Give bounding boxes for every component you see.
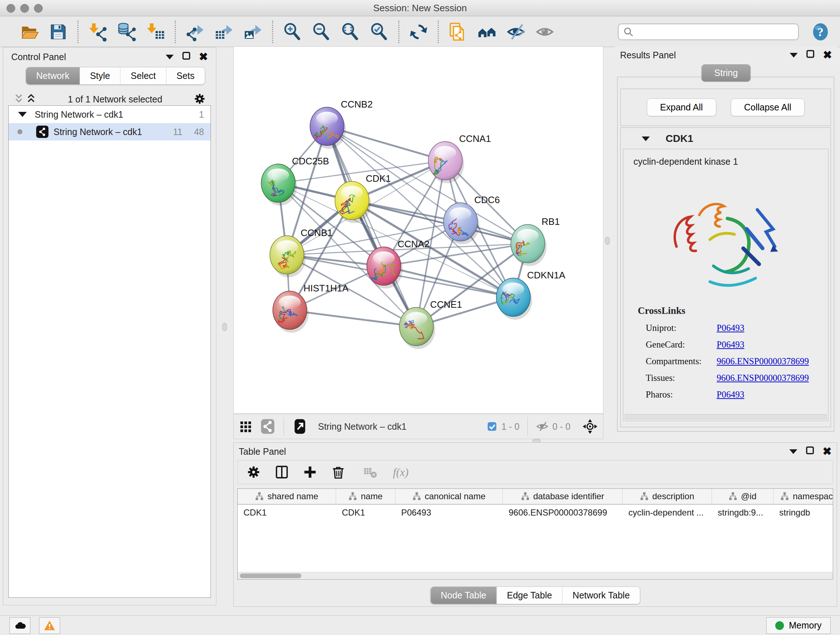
crosslink-link[interactable]: P06493 <box>717 323 744 333</box>
node-CCNE1[interactable]: CCNE1 <box>399 299 462 349</box>
show-all-button[interactable] <box>535 22 554 42</box>
edge-HIST1H1A-CCNE1[interactable] <box>290 310 416 326</box>
node-CDC25B[interactable]: CDC25B <box>261 156 329 206</box>
hide-selected-button[interactable] <box>506 22 526 42</box>
collapse-all-networks-icon[interactable] <box>13 92 25 107</box>
collapse-protein-icon[interactable] <box>642 136 650 141</box>
node-CDC6[interactable]: CDC6 <box>444 195 500 244</box>
table-cell[interactable]: CDK1 <box>336 505 395 521</box>
clear-table-button[interactable] <box>362 464 378 480</box>
table-cell[interactable]: stringdb <box>774 505 833 521</box>
collapse-all-button[interactable]: Collapse All <box>731 98 805 116</box>
help-button[interactable]: ? <box>811 22 830 42</box>
zoom-out-button[interactable] <box>311 22 331 42</box>
crosslink-link[interactable]: 9606.ENSP00000378699 <box>717 356 809 366</box>
search-box[interactable] <box>618 24 799 40</box>
left-splitter-grip[interactable] <box>223 323 227 331</box>
column-header-canonical-name[interactable]: canonical name <box>395 489 503 504</box>
node-HIST1H1A[interactable]: HIST1H1A <box>273 283 349 333</box>
table-options-button[interactable] <box>246 464 262 480</box>
export-network-button[interactable] <box>185 22 205 42</box>
open-session-button[interactable] <box>19 22 39 42</box>
table-cell[interactable]: 9606.ENSP00000378699 <box>503 505 622 521</box>
column-header-database-identifier[interactable]: database identifier <box>503 489 622 504</box>
tab-edge-table[interactable]: Edge Table <box>496 587 562 604</box>
import-table-button[interactable] <box>146 22 165 42</box>
network-collection-row[interactable]: String Network – cdk1 1 <box>9 106 210 123</box>
hidden-eye-icon[interactable] <box>536 420 549 433</box>
close-panel-icon[interactable]: ✖ <box>823 446 832 457</box>
tab-network[interactable]: Network <box>26 67 80 84</box>
function-builder-button[interactable]: f(x) <box>390 464 422 480</box>
node-RB1[interactable]: RB1 <box>511 216 560 266</box>
tab-select[interactable]: Select <box>120 67 166 84</box>
close-panel-icon[interactable]: ✖ <box>823 50 832 60</box>
close-panel-icon[interactable]: ✖ <box>199 51 208 62</box>
zoom-fit-button[interactable] <box>340 22 360 42</box>
crosslink-link[interactable]: P06493 <box>717 390 744 400</box>
scrollbar-thumb[interactable] <box>240 573 302 578</box>
network-view-button[interactable] <box>260 418 276 434</box>
search-input[interactable] <box>637 27 794 37</box>
refresh-button[interactable] <box>409 22 428 42</box>
tab-network-table[interactable]: Network Table <box>562 587 640 604</box>
network-options-button[interactable] <box>193 92 207 107</box>
add-column-button[interactable] <box>302 464 318 480</box>
birds-eye-button[interactable] <box>582 418 598 434</box>
protein-header[interactable]: CDK1 <box>621 128 831 149</box>
network-canvas[interactable]: CCNB2CCNA1CDC25BCDK1CDC6RB1CCNB1CCNA2CDK… <box>233 46 603 414</box>
results-scrollbar[interactable] <box>625 414 827 419</box>
column-header-shared-name[interactable]: shared name <box>238 489 336 504</box>
panel-menu-icon[interactable] <box>789 449 797 454</box>
column-header--id[interactable]: @id <box>712 489 774 504</box>
table-row[interactable]: CDK1CDK1P064939606.ENSP00000378699cyclin… <box>238 505 833 521</box>
crosslink-link[interactable]: 9606.ENSP00000378699 <box>717 373 809 383</box>
memory-button[interactable]: Memory <box>766 617 831 634</box>
network-graph[interactable]: CCNB2CCNA1CDC25BCDK1CDC6RB1CCNB1CCNA2CDK… <box>234 47 603 413</box>
column-header-name[interactable]: name <box>336 489 395 504</box>
tab-sets[interactable]: Sets <box>166 67 205 84</box>
show-columns-button[interactable] <box>274 464 290 480</box>
delete-column-button[interactable] <box>330 464 346 480</box>
column-header-description[interactable]: description <box>622 489 712 504</box>
table-hscrollbar[interactable] <box>238 572 833 579</box>
cloud-button[interactable] <box>9 617 30 634</box>
zoom-selected-button[interactable] <box>369 22 389 42</box>
network-row[interactable]: String Network – cdk1 11 48 <box>9 123 210 141</box>
window-close-button[interactable] <box>6 4 15 13</box>
float-panel-icon[interactable] <box>182 51 191 63</box>
table-cell[interactable]: CDK1 <box>238 505 336 521</box>
zoom-in-button[interactable] <box>283 22 302 42</box>
tab-string[interactable]: String <box>701 65 750 81</box>
table-cell[interactable]: cyclin-dependent ... <box>622 505 712 521</box>
right-splitter-grip[interactable] <box>605 237 609 245</box>
export-image-button[interactable] <box>243 22 263 42</box>
panel-menu-icon[interactable] <box>790 53 798 57</box>
float-panel-icon[interactable] <box>806 49 815 61</box>
import-network-database-button[interactable] <box>117 22 136 42</box>
expand-all-button[interactable]: Expand All <box>647 98 716 116</box>
expand-all-networks-icon[interactable] <box>25 92 37 107</box>
selected-checkbox-icon[interactable] <box>486 421 498 432</box>
column-header-namespace[interactable]: namespace <box>774 489 833 504</box>
node-CCNB2[interactable]: CCNB2 <box>310 99 373 149</box>
panel-menu-icon[interactable] <box>166 55 174 59</box>
crosslink-link[interactable]: P06493 <box>717 340 744 350</box>
node-CDKN1A[interactable]: CDKN1A <box>496 270 565 320</box>
collapse-collection-icon[interactable] <box>18 112 27 117</box>
table-cell[interactable]: stringdb:9... <box>712 505 774 521</box>
window-minimize-button[interactable] <box>20 4 29 13</box>
float-panel-icon[interactable] <box>805 446 815 457</box>
export-table-button[interactable] <box>214 22 234 42</box>
warnings-button[interactable] <box>39 617 60 634</box>
tab-node-table[interactable]: Node Table <box>431 587 496 604</box>
window-zoom-button[interactable] <box>34 4 43 13</box>
node-CCNA1[interactable]: CCNA1 <box>428 133 491 183</box>
table-cell[interactable]: P06493 <box>395 505 503 521</box>
clone-network-button[interactable] <box>448 22 468 42</box>
first-neighbors-button[interactable] <box>477 22 497 42</box>
node-table[interactable]: shared namenamecanonical namedatabase id… <box>237 488 833 580</box>
import-network-button[interactable] <box>88 22 107 42</box>
grid-view-button[interactable] <box>239 418 255 434</box>
tab-style[interactable]: Style <box>80 67 120 84</box>
